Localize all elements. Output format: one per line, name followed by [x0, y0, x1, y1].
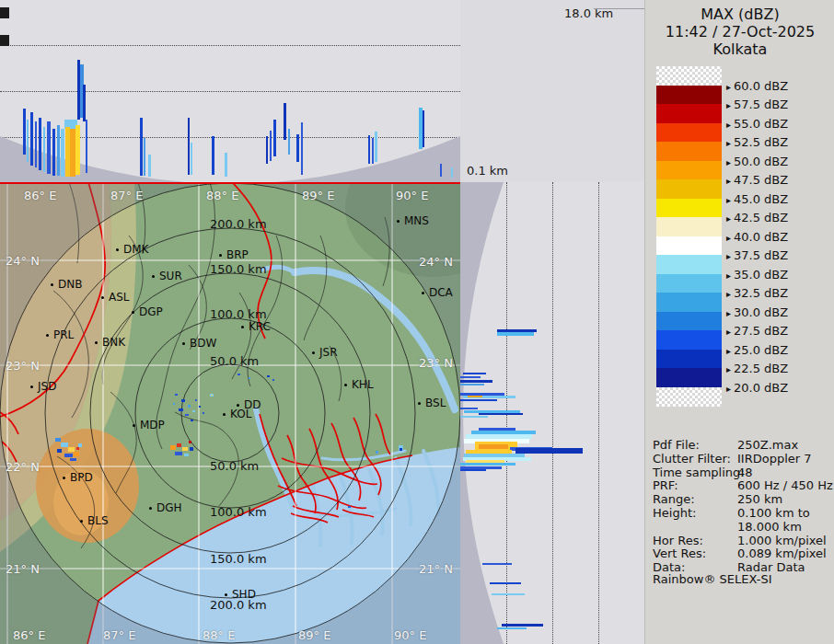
echo-bar	[27, 120, 29, 162]
station-label: SUR	[159, 270, 182, 282]
ew-profile-bars	[0, 0, 460, 182]
meta-label: Time sampling:	[653, 466, 745, 479]
station-label: MDP	[140, 419, 165, 431]
meta-label: Height:	[653, 506, 696, 520]
echo-bar	[423, 110, 424, 147]
ns-profile-bars	[460, 182, 644, 644]
latitude-label: 24° N	[6, 254, 40, 268]
echo-bar	[43, 127, 45, 172]
echo-bar	[451, 167, 453, 178]
station-label: DMK	[123, 243, 148, 256]
echo-bar	[460, 469, 486, 471]
radar-echo	[192, 410, 195, 412]
radar-echo	[175, 452, 182, 455]
height-min-label: 0.1 km	[467, 164, 508, 178]
echo-bar	[284, 103, 286, 140]
station-label: MNS	[404, 214, 429, 227]
station-dot	[182, 342, 185, 345]
echo-bar	[75, 125, 80, 175]
station-label: JSR	[319, 346, 338, 359]
echo-bar	[463, 373, 486, 374]
station-dot	[219, 254, 222, 257]
longitude-label: 90° E	[394, 628, 426, 642]
echo-bar	[225, 153, 227, 177]
echo-bar	[492, 593, 525, 595]
echo-bar	[460, 416, 488, 418]
radar-echo	[211, 395, 213, 396]
station-label: BPD	[70, 471, 93, 484]
echo-bar	[266, 136, 268, 164]
echo-bar	[460, 384, 484, 385]
echo-bar	[191, 143, 192, 175]
radar-echo	[70, 458, 76, 461]
echo-bar	[479, 444, 508, 449]
echo-bar	[83, 85, 86, 121]
station-dot	[418, 402, 421, 405]
longitude-label: 86° E	[24, 189, 56, 202]
station-label: KRC	[249, 320, 271, 333]
station-dot	[63, 477, 65, 479]
ew-cross-section-panel[interactable]	[0, 0, 461, 182]
echo-bar	[144, 138, 145, 176]
range-ring-label: 100.0 km	[210, 307, 267, 321]
map-overlay: 86° E87° E88° E89° E90° E86° E87° E88° E…	[0, 182, 460, 644]
latitude-label: 21° N	[419, 562, 453, 576]
echo-bar	[288, 129, 290, 155]
echo-bar	[468, 396, 482, 397]
station-label: DCA	[429, 286, 453, 299]
radar-echo	[249, 377, 250, 379]
meta-value: IIRDoppler 7	[737, 452, 812, 466]
software-brand: Rainbow® SELEX-SI	[653, 572, 772, 586]
station-dot	[133, 424, 135, 427]
echo-bar	[148, 155, 151, 177]
echo-bar	[35, 121, 37, 167]
range-ring-label: 100.0 km	[210, 505, 267, 519]
echo-bar	[460, 408, 478, 409]
echo-bar	[490, 582, 521, 584]
echo-bar	[502, 624, 543, 627]
radar-echo	[185, 414, 189, 416]
radar-echo	[64, 454, 73, 457]
station-dot	[225, 593, 227, 596]
radar-echo	[170, 445, 176, 450]
meta-value: 18.000 km	[737, 520, 802, 534]
station-label: KHL	[352, 378, 374, 391]
meta-value: 1.000 km/pixel	[737, 534, 827, 547]
map-panel[interactable]: 86° E87° E88° E89° E90° E86° E87° E88° E…	[0, 182, 460, 644]
radar-echo	[76, 447, 79, 450]
station-label: BDW	[190, 337, 216, 350]
radar-echo	[182, 447, 188, 451]
longitude-label: 89° E	[298, 628, 330, 642]
range-ring-label: 150.0 km	[210, 552, 267, 566]
echo-bar	[368, 135, 370, 164]
station-label: KOL	[230, 408, 251, 420]
echo-bar	[296, 134, 299, 162]
station-dot	[132, 311, 134, 314]
ns-cross-section-panel[interactable]	[460, 182, 644, 644]
echo-bar	[497, 332, 534, 336]
station-dot	[223, 413, 226, 416]
longitude-label: 90° E	[396, 189, 428, 202]
echo-bar	[460, 376, 481, 378]
echo-bar	[460, 463, 515, 466]
echo-bar	[440, 164, 442, 177]
longitude-label: 89° E	[302, 189, 334, 202]
height-axis-tick	[594, 8, 644, 9]
echo-bar	[23, 109, 26, 155]
axis-label-artifact	[0, 35, 9, 46]
latitude-label: 23° N	[419, 356, 453, 370]
station-dot	[397, 220, 400, 223]
meta-value: 0.089 km/pixel	[737, 546, 827, 560]
radar-echo	[376, 451, 378, 454]
radar-echo	[267, 375, 270, 377]
station-label: JSD	[38, 380, 56, 393]
station-label: SHD	[232, 588, 256, 601]
meta-label: Data:	[653, 560, 685, 574]
radar-echo	[61, 443, 68, 447]
meta-value: 0.100 km to	[737, 506, 810, 520]
station-dot	[152, 275, 155, 278]
radar-echo	[348, 506, 351, 508]
station-label: BSL	[425, 397, 446, 409]
radar-echo	[189, 441, 191, 443]
station-dot	[80, 520, 83, 523]
